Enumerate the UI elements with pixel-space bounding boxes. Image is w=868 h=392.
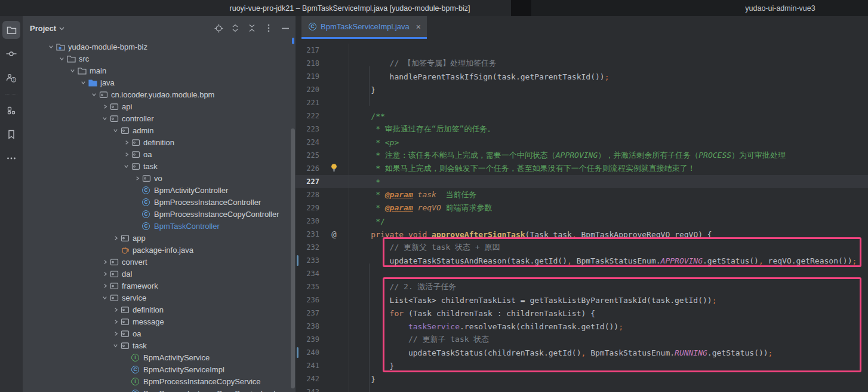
code-line-240[interactable]: 240 updateTaskStatus(childrenTask.getId(…: [296, 346, 868, 359]
chevron-down-icon[interactable]: [90, 90, 99, 99]
chevron-down-icon[interactable]: [79, 78, 88, 87]
tree-item-vo[interactable]: vo: [23, 172, 296, 184]
code-line-223[interactable]: 223 * 审批通过存在“后加签”的任务。: [296, 122, 868, 136]
more-vertical-icon[interactable]: [263, 23, 274, 33]
code-editor[interactable]: 217218 // 【加签专属】处理加签任务219 handleParentTa…: [296, 39, 868, 392]
tree-item-yudao-module-bpm-biz[interactable]: yudao-module-bpm-biz: [23, 41, 296, 53]
line-number[interactable]: 218: [296, 59, 319, 68]
line-number[interactable]: 230: [296, 217, 319, 225]
collapse-all-icon[interactable]: [247, 23, 257, 33]
line-number[interactable]: 243: [296, 388, 319, 392]
tree-item-task[interactable]: task: [23, 339, 296, 351]
code-line-237[interactable]: 237 for (Task childrenTask : childrenTas…: [296, 307, 868, 320]
code-line-232[interactable]: 232 // 更新父 task 状态 + 原因: [296, 241, 868, 254]
chevron-right-icon[interactable]: [111, 329, 121, 338]
lightbulb-icon[interactable]: [330, 163, 338, 174]
line-number[interactable]: 223: [296, 125, 319, 133]
chevron-down-icon[interactable]: [100, 293, 110, 302]
line-number[interactable]: 225: [296, 151, 319, 160]
line-number[interactable]: 219: [296, 72, 319, 81]
code-line-229[interactable]: 229 * @param reqVO 前端请求参数: [296, 201, 868, 215]
code-line-227[interactable]: 227 *: [296, 175, 868, 188]
tree-item-cn.iocoder.yudao.module.bpm[interactable]: cn.iocoder.yudao.module.bpm: [23, 88, 296, 100]
tree-item-BpmActivityService[interactable]: IBpmActivityService: [23, 351, 296, 363]
tree-item-oa[interactable]: oa: [23, 148, 296, 160]
code-line-236[interactable]: 236 List<Task> childrenTaskList = getTas…: [296, 293, 868, 307]
line-number[interactable]: 233: [296, 256, 319, 265]
code-line-231[interactable]: 231@ private void approveAfterSignTask(T…: [296, 228, 868, 241]
line-number[interactable]: 239: [296, 335, 319, 344]
chevron-down-icon[interactable]: [122, 161, 131, 171]
commit-tool-button[interactable]: [2, 45, 20, 63]
vcs-change-marker[interactable]: [297, 347, 298, 358]
structure-tool-button[interactable]: [2, 102, 20, 120]
tree-item-BpmProcessInstanceCopyController[interactable]: CBpmProcessInstanceCopyController: [23, 208, 296, 220]
chevron-down-icon[interactable]: [59, 27, 64, 30]
code-line-242[interactable]: 242 }: [296, 372, 868, 385]
line-number[interactable]: 224: [296, 138, 319, 146]
line-number[interactable]: 231: [296, 230, 319, 238]
line-number[interactable]: 238: [296, 322, 319, 330]
line-number[interactable]: 240: [296, 348, 319, 357]
chevron-down-icon[interactable]: [100, 114, 110, 123]
chevron-right-icon[interactable]: [100, 102, 110, 111]
chevron-right-icon[interactable]: [100, 269, 110, 278]
chevron-right-icon[interactable]: [133, 173, 142, 183]
code-line-234[interactable]: 234: [296, 267, 868, 280]
code-line-243[interactable]: 243: [296, 385, 868, 392]
line-number[interactable]: 226: [296, 164, 319, 173]
chevron-right-icon[interactable]: [111, 317, 121, 326]
line-number[interactable]: 229: [296, 204, 319, 212]
line-number[interactable]: 242: [296, 375, 319, 383]
code-line-218[interactable]: 218 // 【加签专属】处理加签任务: [296, 57, 868, 70]
annotation-icon[interactable]: @: [331, 230, 336, 238]
code-line-225[interactable]: 225 * 注意：该任务不能马上完成，需要一个中间状态（APPROVING），并…: [296, 149, 868, 162]
chevron-right-icon[interactable]: [111, 305, 121, 314]
code-line-221[interactable]: 221: [296, 96, 868, 109]
window-title-background[interactable]: yudao-ui-admin-vue3: [531, 0, 868, 16]
tree-item-BpmTaskController[interactable]: CBpmTaskController: [23, 220, 296, 232]
code-line-219[interactable]: 219 handleParentTaskIfSign(task.getParen…: [296, 70, 868, 83]
chevron-down-icon[interactable]: [68, 66, 78, 75]
code-line-239[interactable]: 239 // 更新子 task 状态: [296, 333, 868, 346]
bookmarks-tool-button[interactable]: [2, 125, 20, 143]
tree-item-BpmProcessInstanceCopyService[interactable]: IBpmProcessInstanceCopyService: [23, 375, 296, 387]
tree-item-task[interactable]: task: [23, 160, 296, 172]
line-number[interactable]: 237: [296, 309, 319, 317]
tree-item-controller[interactable]: controller: [23, 112, 296, 124]
project-tool-button[interactable]: [2, 21, 20, 39]
tree-item-service[interactable]: service: [23, 292, 296, 304]
hide-panel-icon[interactable]: [280, 23, 291, 33]
code-line-226[interactable]: 226 * 如果马上完成，则会触发下一个任务，甚至如果没有下一个任务则流程实例就…: [296, 162, 868, 175]
tree-item-app[interactable]: app: [23, 232, 296, 244]
pull-requests-tool-button[interactable]: ?: [2, 69, 20, 87]
chevron-down-icon[interactable]: [111, 341, 121, 350]
chevron-right-icon[interactable]: [122, 137, 131, 147]
code-line-230[interactable]: 230 */: [296, 215, 868, 228]
chevron-right-icon[interactable]: [100, 281, 110, 290]
tree-item-definition[interactable]: definition: [23, 304, 296, 316]
expand-all-icon[interactable]: [230, 23, 241, 33]
vcs-change-marker[interactable]: [297, 255, 298, 266]
chevron-down-icon[interactable]: [47, 42, 56, 51]
line-number[interactable]: 236: [296, 296, 319, 304]
line-number[interactable]: 241: [296, 362, 319, 370]
chevron-down-icon[interactable]: [111, 125, 121, 135]
line-number[interactable]: 217: [296, 46, 319, 54]
line-number[interactable]: 235: [296, 283, 319, 291]
code-line-228[interactable]: 228 * @param task 当前任务: [296, 188, 868, 201]
line-number[interactable]: 234: [296, 270, 319, 278]
tree-item-BpmActivityController[interactable]: CBpmActivityController: [23, 184, 296, 196]
tree-item-BpmActivityServiceImpl[interactable]: CBpmActivityServiceImpl: [23, 363, 296, 375]
tree-item-package-info.java[interactable]: package-info.java: [23, 244, 296, 256]
chevron-right-icon[interactable]: [111, 233, 121, 243]
locate-icon[interactable]: [213, 23, 224, 33]
tree-item-convert[interactable]: convert: [23, 256, 296, 268]
line-number[interactable]: 220: [296, 85, 319, 94]
tree-item-dal[interactable]: dal: [23, 268, 296, 280]
tab-bpmtaskserviceimpl[interactable]: C BpmTaskServiceImpl.java ×: [301, 16, 427, 39]
close-icon[interactable]: ×: [416, 22, 421, 32]
project-panel-title[interactable]: Project: [30, 24, 56, 33]
tree-item-BpmProcessInstanceCopyServiceImpl[interactable]: CBpmProcessInstanceCopyServiceImpl: [23, 387, 296, 392]
line-number[interactable]: 232: [296, 243, 319, 252]
